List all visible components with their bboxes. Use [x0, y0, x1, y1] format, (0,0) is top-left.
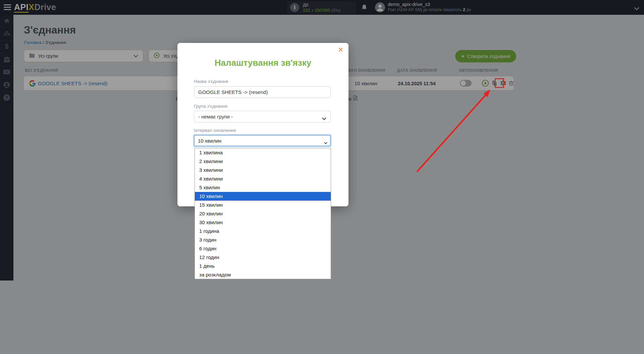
interval-listbox: 1 хвилина2 хвилини3 хвилини4 хвилини5 хв…	[195, 148, 331, 279]
connection-name-input[interactable]	[194, 86, 331, 98]
interval-option[interactable]: 3 хвилини	[195, 166, 331, 174]
name-field-label: Назва з'єднання	[194, 79, 228, 84]
chevron-down-icon	[322, 115, 326, 121]
interval-select-value: 10 хвилин	[198, 138, 221, 144]
interval-option[interactable]: 1 година	[195, 227, 331, 236]
interval-option[interactable]: 2 хвилини	[195, 157, 331, 166]
interval-option[interactable]: за розкладом	[195, 270, 331, 279]
interval-option[interactable]: 1 день	[195, 262, 331, 270]
interval-option[interactable]: 6 годин	[195, 244, 331, 253]
group-field-label: Група з'єднання	[194, 104, 227, 109]
interval-option[interactable]: 10 хвилин	[195, 192, 331, 201]
interval-option[interactable]: 5 хвилин	[195, 183, 331, 192]
interval-option[interactable]: 15 хвилин	[195, 201, 331, 209]
interval-option[interactable]: 30 хвилин	[195, 218, 331, 227]
close-icon[interactable]: ✕	[338, 46, 343, 54]
interval-select[interactable]: 10 хвилин	[194, 135, 331, 146]
interval-field-label: Інтервал оновлення	[194, 128, 236, 133]
chevron-down-icon	[324, 140, 327, 145]
interval-option[interactable]: 20 хвилин	[195, 209, 331, 218]
interval-option[interactable]: 1 хвилина	[195, 148, 331, 157]
interval-option[interactable]: 4 хвилини	[195, 174, 331, 183]
group-select[interactable]: - немає групи -	[194, 111, 331, 122]
interval-option[interactable]: 12 годин	[195, 253, 331, 262]
group-select-value: - немає групи -	[198, 114, 233, 119]
interval-option[interactable]: 3 годин	[195, 236, 331, 244]
modal-title: Налаштування зв'язку	[177, 58, 348, 68]
